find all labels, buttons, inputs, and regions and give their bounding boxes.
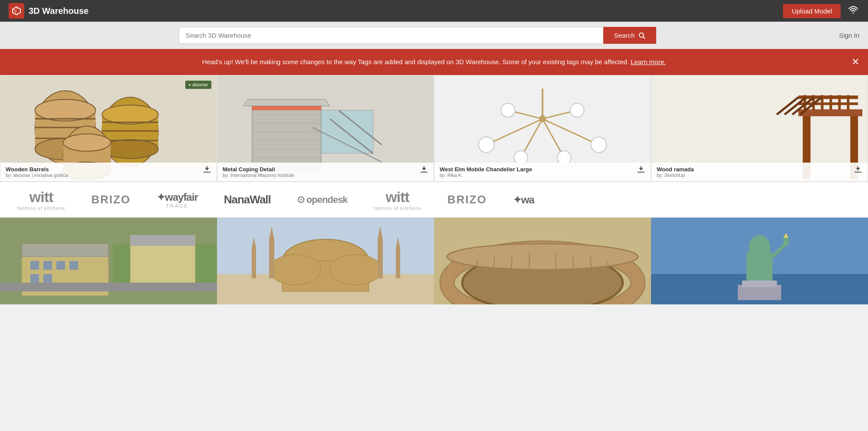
model-card-coping[interactable]: Metal Coping Detail by: International Ma… — [217, 75, 434, 182]
logo-text: 3D Warehouse — [29, 6, 89, 16]
svg-point-14 — [102, 105, 158, 124]
model-card-info-ramada: Wood ramada by: SketchUp — [651, 163, 868, 181]
brand-brizo-1[interactable]: BRIZO — [91, 193, 131, 206]
wifi-icon — [847, 3, 859, 18]
brand-witt-1[interactable]: witt fashion of kitchens — [17, 189, 65, 211]
svg-rect-134 — [742, 281, 777, 287]
svg-rect-84 — [30, 261, 39, 270]
svg-rect-65 — [799, 109, 862, 116]
svg-rect-25 — [207, 166, 207, 170]
svg-line-3 — [643, 37, 645, 39]
svg-point-113 — [447, 244, 638, 270]
model-grid-top: ● alsomar Wooden Barrels by: alsomar | i… — [0, 75, 868, 182]
model-author-ramada: by: SketchUp — [657, 173, 862, 178]
model-title-barrels: Wooden Barrels — [6, 166, 211, 173]
svg-rect-88 — [30, 274, 39, 283]
svg-rect-85 — [43, 261, 52, 270]
brand-wayfair-2[interactable]: ✦wa — [513, 194, 534, 206]
model-card-info-chandelier: West Elm Mobile Chandelier Large by: Rik… — [434, 163, 651, 181]
svg-rect-87 — [69, 261, 78, 270]
svg-point-54 — [501, 103, 515, 117]
search-bar: Search Sign In — [0, 22, 868, 49]
search-button-label: Search — [614, 32, 635, 39]
svg-point-2 — [639, 33, 644, 37]
svg-point-100 — [330, 255, 382, 285]
svg-point-53 — [479, 137, 494, 153]
svg-point-99 — [269, 255, 321, 285]
nav-right: Upload Model — [783, 3, 859, 18]
alert-message: Head's up! We'll be making some changes … — [202, 58, 629, 65]
svg-rect-103 — [378, 239, 383, 278]
svg-rect-83 — [22, 244, 108, 257]
download-icon-coping[interactable] — [420, 165, 428, 176]
download-icon-barrels[interactable] — [203, 165, 211, 176]
model-card-colosseum[interactable] — [434, 218, 651, 304]
model-title-ramada: Wood ramada — [657, 166, 862, 173]
brand-witt-2[interactable]: witt fashion of kitchens — [374, 189, 421, 211]
alert-banner: Head's up! We'll be making some changes … — [0, 49, 868, 75]
brands-inner: witt fashion of kitchens BRIZO ✦wayfair … — [0, 189, 552, 211]
svg-rect-86 — [56, 261, 65, 270]
top-nav: 3D Warehouse Upload Model — [0, 0, 868, 22]
svg-rect-80 — [858, 166, 858, 170]
model-author-coping: by: International Masonry Institute — [223, 173, 428, 178]
logo[interactable]: 3D Warehouse — [9, 3, 89, 19]
svg-rect-41 — [421, 172, 427, 173]
svg-rect-23 — [204, 172, 210, 173]
logo-icon — [9, 3, 24, 19]
svg-point-56 — [570, 103, 584, 117]
brand-nanawall[interactable]: NanaWall — [224, 193, 271, 206]
model-author-chandelier: by: Rika K. — [440, 173, 645, 178]
svg-rect-107 — [396, 248, 400, 278]
model-card-barrels[interactable]: ● alsomar Wooden Barrels by: alsomar | i… — [0, 75, 217, 182]
alsomar-badge: ● alsomar — [185, 81, 211, 89]
svg-rect-101 — [269, 239, 274, 278]
download-icon-ramada[interactable] — [854, 165, 862, 176]
brands-bar: witt fashion of kitchens BRIZO ✦wayfair … — [0, 182, 868, 218]
model-card-aerial[interactable] — [0, 218, 217, 304]
search-icon — [638, 32, 645, 39]
svg-rect-105 — [252, 248, 256, 278]
model-author-barrels: by: alsomar | iniciativa gráfica — [6, 173, 211, 178]
svg-rect-133 — [738, 285, 781, 300]
search-input[interactable] — [179, 27, 603, 44]
svg-rect-59 — [638, 172, 644, 173]
alert-close-button[interactable]: ✕ — [852, 56, 859, 68]
svg-point-7 — [35, 99, 95, 121]
svg-rect-90 — [0, 283, 217, 291]
svg-point-55 — [591, 137, 607, 153]
svg-rect-43 — [424, 166, 424, 170]
upload-model-button[interactable]: Upload Model — [783, 4, 841, 18]
model-title-chandelier: West Elm Mobile Chandelier Large — [440, 166, 645, 173]
model-card-statue[interactable] — [651, 218, 868, 304]
model-card-info-barrels: Wooden Barrels by: alsomar | iniciativa … — [0, 163, 217, 181]
model-card-hagia-sophia[interactable] — [217, 218, 434, 304]
svg-marker-37 — [243, 99, 330, 106]
brand-opendesk[interactable]: ⊙ opendesk — [297, 194, 348, 206]
svg-point-21 — [63, 134, 111, 151]
search-input-group: Search — [179, 27, 656, 44]
download-icon-chandelier[interactable] — [637, 165, 645, 176]
svg-rect-27 — [252, 101, 321, 170]
model-grid-bottom — [0, 218, 868, 304]
sign-in-link[interactable]: Sign In — [839, 32, 859, 39]
svg-rect-61 — [641, 166, 641, 170]
model-card-chandelier[interactable]: West Elm Mobile Chandelier Large by: Rik… — [434, 75, 651, 182]
model-card-ramada[interactable]: Wood ramada by: SketchUp — [651, 75, 868, 182]
search-button[interactable]: Search — [603, 27, 656, 44]
svg-rect-131 — [783, 237, 789, 246]
svg-rect-93 — [130, 235, 195, 246]
model-title-coping: Metal Coping Detail — [223, 166, 428, 173]
brand-wayfair-1[interactable]: ✦wayfair TRADE — [157, 191, 198, 209]
alert-learn-more-link[interactable]: Learn more. — [631, 58, 666, 65]
svg-rect-78 — [855, 172, 861, 173]
brand-brizo-2[interactable]: BRIZO — [447, 193, 487, 206]
svg-rect-89 — [43, 274, 52, 283]
model-card-info-coping: Metal Coping Detail by: International Ma… — [217, 163, 434, 181]
